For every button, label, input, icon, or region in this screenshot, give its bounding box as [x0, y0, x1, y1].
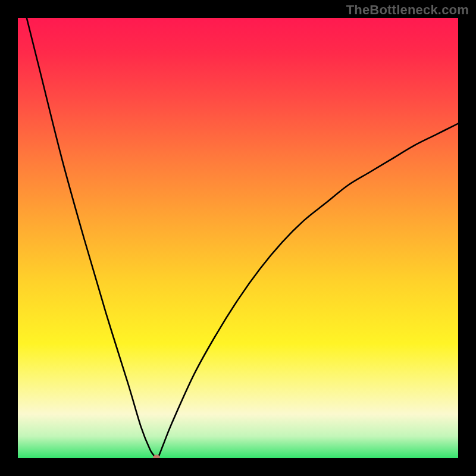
watermark-text: TheBottleneck.com	[346, 2, 469, 18]
chart-frame: TheBottleneck.com	[0, 0, 476, 476]
curve-svg	[18, 18, 458, 458]
plot-area	[18, 18, 458, 458]
minimum-marker-icon	[153, 455, 160, 458]
bottleneck-curve	[27, 18, 458, 458]
